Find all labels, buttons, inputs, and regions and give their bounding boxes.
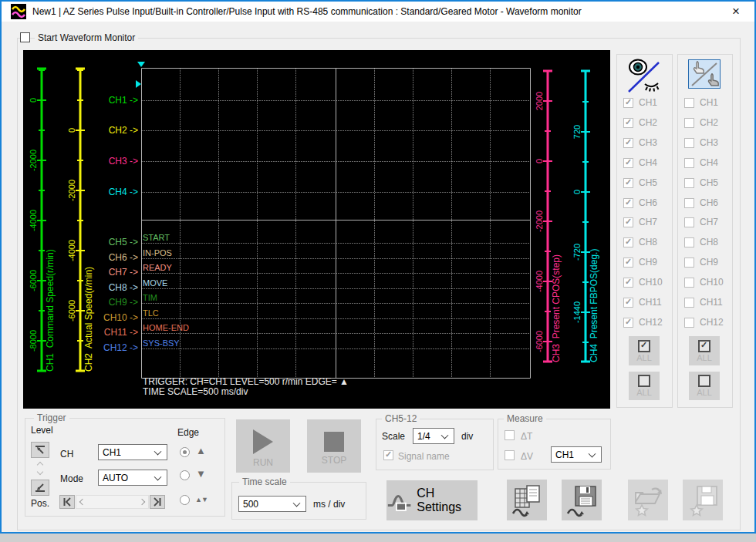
channel-checkbox[interactable] xyxy=(623,278,633,288)
show-hide-eye-icon xyxy=(626,56,662,95)
channel-checkbox[interactable] xyxy=(623,118,633,128)
axis-tick-label: -6000 xyxy=(535,318,544,365)
chevron-down-icon xyxy=(589,449,596,457)
channel-checkbox[interactable] xyxy=(684,118,694,128)
copy-data-icon xyxy=(511,483,543,517)
checked-box-icon xyxy=(698,340,710,352)
stop-button[interactable]: STOP xyxy=(307,419,361,473)
level-max-button[interactable] xyxy=(31,442,49,458)
channel-checkbox-label: CH11 xyxy=(700,298,723,308)
delta-t-checkbox[interactable] xyxy=(505,430,515,440)
ch-settings-button[interactable]: CH Settings xyxy=(386,480,478,520)
channel-checkbox[interactable] xyxy=(623,258,633,268)
drag-check-all-button[interactable]: ALL xyxy=(689,336,720,365)
channel-checkbox[interactable] xyxy=(623,98,633,108)
scroll-left-icon[interactable] xyxy=(79,500,83,504)
channel-checkbox[interactable] xyxy=(684,298,694,308)
channel-checkbox[interactable] xyxy=(684,278,694,288)
channel-checkbox-label: CH7 xyxy=(639,217,657,227)
channel-checkbox[interactable] xyxy=(623,198,633,208)
channel-checkbox[interactable] xyxy=(623,237,633,247)
channel-label: CH2 -> xyxy=(87,125,138,136)
chevron-down-icon xyxy=(154,473,162,480)
ch5-12-group xyxy=(376,419,494,470)
channel-checkbox-label: CH2 xyxy=(639,118,657,128)
trigger-channel-select[interactable]: CH1 xyxy=(98,444,167,460)
channel-checkbox[interactable] xyxy=(623,318,633,328)
channel-label: CH3 -> xyxy=(87,156,138,167)
scroll-right-icon[interactable] xyxy=(140,500,144,504)
ch5-12-div-label: div xyxy=(461,431,473,442)
channel-checkbox[interactable] xyxy=(684,217,694,227)
channel-checkbox-label: CH11 xyxy=(639,298,662,308)
channel-checkbox-label: CH9 xyxy=(639,258,657,268)
channel-checkbox[interactable] xyxy=(623,138,633,148)
channel-checkbox-label: CH6 xyxy=(639,198,657,208)
channel-checkbox[interactable] xyxy=(684,98,694,108)
measure-channel-select[interactable]: CH1 xyxy=(551,446,602,463)
close-button[interactable]: × xyxy=(719,2,753,22)
axis-tick-label: -4000 xyxy=(29,197,38,244)
channel-checkbox[interactable] xyxy=(684,258,694,268)
load-settings-button[interactable] xyxy=(628,480,668,520)
chevron-down-icon xyxy=(293,499,301,507)
axis-tick-label: -4000 xyxy=(67,227,76,274)
signal-name-label: MOVE xyxy=(143,278,167,288)
pos-end-button[interactable] xyxy=(150,495,165,509)
channel-checkbox[interactable] xyxy=(623,158,633,168)
trigger-mode-select[interactable]: AUTO xyxy=(98,470,167,486)
pos-home-button[interactable] xyxy=(59,495,75,509)
channel-checkbox[interactable] xyxy=(684,318,694,328)
channel-checkbox[interactable] xyxy=(623,298,633,308)
axis-tick-label: 0 xyxy=(29,77,38,123)
channel-checkbox[interactable] xyxy=(684,178,694,188)
channel-checkbox[interactable] xyxy=(623,217,633,227)
level-min-button[interactable] xyxy=(31,480,49,496)
channel-checkbox-label: CH5 xyxy=(639,178,657,188)
channel-drag-panel: ALL ALL CH1CH2CH3CH4CH5CH6CH7CH8CH9CH10C… xyxy=(677,54,733,408)
time-scale-select[interactable]: 500 xyxy=(238,496,306,512)
save-settings-button[interactable] xyxy=(683,480,723,520)
axis-tick-label: -2000 xyxy=(29,137,38,183)
run-button[interactable]: RUN xyxy=(236,419,290,473)
channel-checkbox[interactable] xyxy=(684,158,694,168)
edge-rising-radio[interactable] xyxy=(180,447,190,457)
channel-checkbox[interactable] xyxy=(684,198,694,208)
level-down-spinner[interactable] xyxy=(37,470,43,476)
channel-visibility-panel: ALL ALL CH1CH2CH3CH4CH5CH6CH7CH8CH9CH10C… xyxy=(616,54,673,408)
channel-checkbox-label: CH1 xyxy=(639,98,657,108)
trigger-position-scrollbar[interactable] xyxy=(76,495,149,509)
axis-tick-label: 720 xyxy=(572,109,582,155)
channel-label: CH1 -> xyxy=(87,95,138,106)
channel-checkbox[interactable] xyxy=(684,138,694,148)
visibility-check-all-button[interactable]: ALL xyxy=(629,336,660,365)
channel-checkbox[interactable] xyxy=(684,237,694,247)
trigger-level-marker[interactable] xyxy=(136,80,141,88)
unchecked-box-icon xyxy=(698,375,710,387)
start-waveform-monitor-checkbox[interactable] xyxy=(20,32,30,42)
waveform-monitor-window: New1 | AZ Series Pulse Input/Built-in Co… xyxy=(0,0,756,534)
channel-checkbox-label: CH9 xyxy=(700,258,718,268)
channel-label: CH8 -> xyxy=(87,282,138,293)
drag-mode-toggle-button[interactable] xyxy=(688,59,721,89)
trigger-ch-label: CH xyxy=(60,449,73,460)
delta-v-checkbox[interactable] xyxy=(505,450,515,460)
signal-name-checkbox[interactable] xyxy=(383,450,393,460)
channel-checkbox-label: CH6 xyxy=(700,198,718,208)
visibility-uncheck-all-button[interactable]: ALL xyxy=(629,372,660,400)
save-waveform-data-button[interactable] xyxy=(562,480,602,520)
trigger-pos-label: Pos. xyxy=(31,498,49,509)
level-up-spinner[interactable] xyxy=(37,461,43,467)
edge-falling-radio[interactable] xyxy=(180,470,190,480)
ch5-12-scale-select[interactable]: 1/4 xyxy=(413,428,454,444)
edge-both-icon: ▲▼ xyxy=(195,495,208,504)
channel-label: CH12 -> xyxy=(87,342,138,353)
axis-tick-label: -2000 xyxy=(67,167,76,214)
channel-checkbox[interactable] xyxy=(623,178,633,188)
channel-label: CH11 -> xyxy=(87,327,138,338)
trigger-position-marker[interactable] xyxy=(137,62,145,67)
copy-waveform-data-button[interactable] xyxy=(507,480,547,520)
delta-v-label: ΔV xyxy=(521,451,533,462)
edge-both-radio[interactable] xyxy=(180,495,190,505)
drag-uncheck-all-button[interactable]: ALL xyxy=(689,372,720,400)
